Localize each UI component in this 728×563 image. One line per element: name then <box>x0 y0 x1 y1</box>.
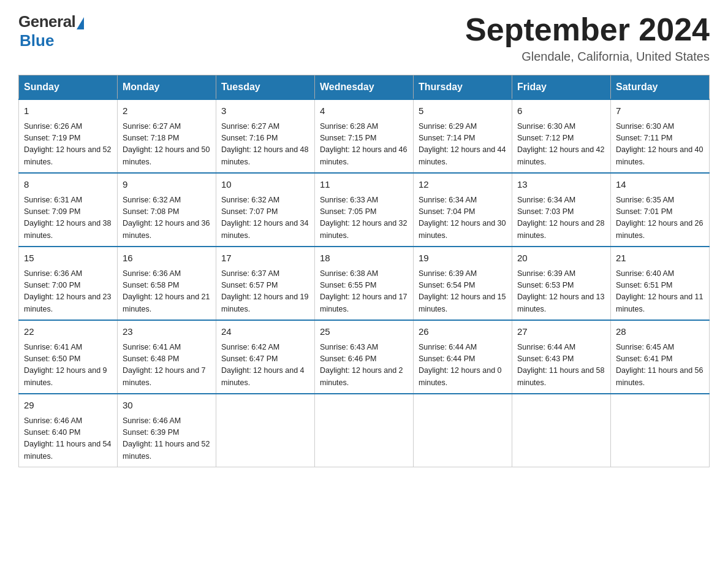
day-info: Sunrise: 6:44 AMSunset: 6:43 PMDaylight:… <box>517 342 605 389</box>
calendar-cell: 26Sunrise: 6:44 AMSunset: 6:44 PMDayligh… <box>414 320 512 394</box>
logo-triangle-icon <box>77 17 84 29</box>
day-info: Sunrise: 6:36 AMSunset: 6:58 PMDaylight:… <box>123 268 211 316</box>
logo-general-text: General <box>18 12 75 31</box>
day-number: 14 <box>616 178 704 192</box>
week-row-1: 1Sunrise: 6:26 AMSunset: 7:19 PMDaylight… <box>19 99 710 173</box>
calendar-cell: 29Sunrise: 6:46 AMSunset: 6:40 PMDayligh… <box>19 394 118 467</box>
calendar-cell: 9Sunrise: 6:32 AMSunset: 7:08 PMDaylight… <box>118 173 216 247</box>
column-header-thursday: Thursday <box>414 75 512 100</box>
day-info: Sunrise: 6:43 AMSunset: 6:46 PMDaylight:… <box>320 342 408 389</box>
calendar-cell: 17Sunrise: 6:37 AMSunset: 6:57 PMDayligh… <box>216 247 315 320</box>
day-info: Sunrise: 6:44 AMSunset: 6:44 PMDaylight:… <box>419 342 507 389</box>
day-info: Sunrise: 6:32 AMSunset: 7:08 PMDaylight:… <box>123 194 211 242</box>
calendar-cell <box>611 394 710 467</box>
day-number: 28 <box>616 325 704 339</box>
day-info: Sunrise: 6:46 AMSunset: 6:39 PMDaylight:… <box>123 415 211 463</box>
day-number: 21 <box>616 251 704 266</box>
day-number: 7 <box>616 104 704 118</box>
day-info: Sunrise: 6:40 AMSunset: 6:51 PMDaylight:… <box>616 268 704 316</box>
day-number: 4 <box>320 104 408 118</box>
day-number: 10 <box>221 178 309 192</box>
day-number: 22 <box>24 325 112 339</box>
column-header-monday: Monday <box>118 75 216 100</box>
calendar-cell: 12Sunrise: 6:34 AMSunset: 7:04 PMDayligh… <box>414 173 512 247</box>
day-number: 24 <box>221 325 309 339</box>
week-row-3: 15Sunrise: 6:36 AMSunset: 7:00 PMDayligh… <box>19 247 710 320</box>
day-number: 15 <box>24 251 112 266</box>
day-number: 16 <box>123 251 211 266</box>
calendar-cell: 15Sunrise: 6:36 AMSunset: 7:00 PMDayligh… <box>19 247 118 320</box>
day-number: 12 <box>419 178 507 192</box>
day-info: Sunrise: 6:30 AMSunset: 7:11 PMDaylight:… <box>616 121 704 169</box>
day-number: 6 <box>517 104 605 118</box>
calendar-cell: 6Sunrise: 6:30 AMSunset: 7:12 PMDaylight… <box>512 99 611 173</box>
day-number: 23 <box>123 325 211 339</box>
day-number: 18 <box>320 251 408 266</box>
column-header-sunday: Sunday <box>19 75 118 100</box>
day-info: Sunrise: 6:30 AMSunset: 7:12 PMDaylight:… <box>517 121 605 169</box>
day-number: 11 <box>320 178 408 192</box>
day-number: 17 <box>221 251 309 266</box>
calendar-cell: 5Sunrise: 6:29 AMSunset: 7:14 PMDaylight… <box>414 99 512 173</box>
week-row-5: 29Sunrise: 6:46 AMSunset: 6:40 PMDayligh… <box>19 394 710 467</box>
day-number: 5 <box>419 104 507 118</box>
calendar-cell <box>414 394 512 467</box>
day-info: Sunrise: 6:34 AMSunset: 7:03 PMDaylight:… <box>517 194 605 242</box>
calendar-cell: 2Sunrise: 6:27 AMSunset: 7:18 PMDaylight… <box>118 99 216 173</box>
day-info: Sunrise: 6:36 AMSunset: 7:00 PMDaylight:… <box>24 268 112 316</box>
day-number: 27 <box>517 325 605 339</box>
calendar-cell: 21Sunrise: 6:40 AMSunset: 6:51 PMDayligh… <box>611 247 710 320</box>
day-info: Sunrise: 6:32 AMSunset: 7:07 PMDaylight:… <box>221 194 309 242</box>
calendar-cell: 23Sunrise: 6:41 AMSunset: 6:48 PMDayligh… <box>118 320 216 394</box>
title-block: September 2024 Glendale, California, Uni… <box>465 12 710 64</box>
day-info: Sunrise: 6:33 AMSunset: 7:05 PMDaylight:… <box>320 194 408 242</box>
day-info: Sunrise: 6:28 AMSunset: 7:15 PMDaylight:… <box>320 121 408 169</box>
calendar-table: SundayMondayTuesdayWednesdayThursdayFrid… <box>18 75 710 467</box>
day-info: Sunrise: 6:42 AMSunset: 6:47 PMDaylight:… <box>221 342 309 389</box>
day-info: Sunrise: 6:27 AMSunset: 7:18 PMDaylight:… <box>123 121 211 169</box>
column-header-tuesday: Tuesday <box>216 75 315 100</box>
calendar-cell <box>315 394 414 467</box>
calendar-cell: 1Sunrise: 6:26 AMSunset: 7:19 PMDaylight… <box>19 99 118 173</box>
day-info: Sunrise: 6:41 AMSunset: 6:48 PMDaylight:… <box>123 342 211 389</box>
column-header-friday: Friday <box>512 75 611 100</box>
day-info: Sunrise: 6:26 AMSunset: 7:19 PMDaylight:… <box>24 121 112 169</box>
calendar-cell: 11Sunrise: 6:33 AMSunset: 7:05 PMDayligh… <box>315 173 414 247</box>
week-row-2: 8Sunrise: 6:31 AMSunset: 7:09 PMDaylight… <box>19 173 710 247</box>
calendar-cell: 27Sunrise: 6:44 AMSunset: 6:43 PMDayligh… <box>512 320 611 394</box>
day-info: Sunrise: 6:41 AMSunset: 6:50 PMDaylight:… <box>24 342 112 389</box>
calendar-cell: 4Sunrise: 6:28 AMSunset: 7:15 PMDaylight… <box>315 99 414 173</box>
day-number: 20 <box>517 251 605 266</box>
calendar-cell: 25Sunrise: 6:43 AMSunset: 6:46 PMDayligh… <box>315 320 414 394</box>
day-number: 30 <box>123 399 211 413</box>
page-header: General Blue September 2024 Glendale, Ca… <box>18 12 710 64</box>
day-number: 8 <box>24 178 112 192</box>
day-number: 26 <box>419 325 507 339</box>
logo: General Blue <box>18 12 85 50</box>
calendar-cell: 28Sunrise: 6:45 AMSunset: 6:41 PMDayligh… <box>611 320 710 394</box>
calendar-cell: 20Sunrise: 6:39 AMSunset: 6:53 PMDayligh… <box>512 247 611 320</box>
day-info: Sunrise: 6:37 AMSunset: 6:57 PMDaylight:… <box>221 268 309 316</box>
day-number: 3 <box>221 104 309 118</box>
day-info: Sunrise: 6:34 AMSunset: 7:04 PMDaylight:… <box>419 194 507 242</box>
calendar-cell: 22Sunrise: 6:41 AMSunset: 6:50 PMDayligh… <box>19 320 118 394</box>
day-info: Sunrise: 6:38 AMSunset: 6:55 PMDaylight:… <box>320 268 408 316</box>
column-header-wednesday: Wednesday <box>315 75 414 100</box>
calendar-cell: 30Sunrise: 6:46 AMSunset: 6:39 PMDayligh… <box>118 394 216 467</box>
calendar-cell <box>512 394 611 467</box>
day-number: 2 <box>123 104 211 118</box>
day-info: Sunrise: 6:27 AMSunset: 7:16 PMDaylight:… <box>221 121 309 169</box>
calendar-cell: 13Sunrise: 6:34 AMSunset: 7:03 PMDayligh… <box>512 173 611 247</box>
calendar-header-row: SundayMondayTuesdayWednesdayThursdayFrid… <box>19 75 710 100</box>
day-info: Sunrise: 6:29 AMSunset: 7:14 PMDaylight:… <box>419 121 507 169</box>
day-number: 25 <box>320 325 408 339</box>
day-info: Sunrise: 6:31 AMSunset: 7:09 PMDaylight:… <box>24 194 112 242</box>
calendar-cell: 18Sunrise: 6:38 AMSunset: 6:55 PMDayligh… <box>315 247 414 320</box>
logo-blue-text: Blue <box>20 31 54 50</box>
week-row-4: 22Sunrise: 6:41 AMSunset: 6:50 PMDayligh… <box>19 320 710 394</box>
day-info: Sunrise: 6:39 AMSunset: 6:53 PMDaylight:… <box>517 268 605 316</box>
calendar-cell: 14Sunrise: 6:35 AMSunset: 7:01 PMDayligh… <box>611 173 710 247</box>
day-info: Sunrise: 6:45 AMSunset: 6:41 PMDaylight:… <box>616 342 704 389</box>
day-info: Sunrise: 6:39 AMSunset: 6:54 PMDaylight:… <box>419 268 507 316</box>
day-number: 29 <box>24 399 112 413</box>
